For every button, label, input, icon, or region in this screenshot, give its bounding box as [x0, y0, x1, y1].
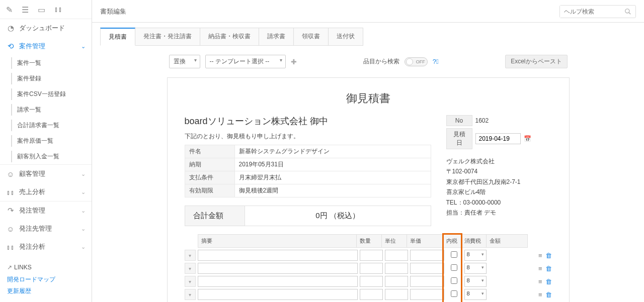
help-search[interactable]	[559, 5, 636, 18]
svg-line-1	[629, 13, 631, 15]
link-roadmap[interactable]: 開発ロードマップ	[7, 274, 85, 285]
delete-icon[interactable]: 🗑	[545, 291, 552, 298]
drag-handle[interactable]: ▾	[185, 276, 196, 287]
price-input[interactable]	[410, 276, 444, 287]
drag-handle[interactable]: ▾	[185, 289, 196, 300]
tab-cover[interactable]: 送付状	[329, 28, 363, 46]
add-template-icon[interactable]: ✚	[291, 58, 297, 66]
drag-handle[interactable]: ▾	[185, 250, 196, 261]
sub-anken-new[interactable]: 案件登録	[0, 71, 92, 86]
bars-icon: ⫾⫾	[6, 243, 15, 251]
nav-customer[interactable]: ☺ 顧客管理 ⌄	[0, 165, 92, 183]
subject-value[interactable]: 新基幹システムグランドデザイン	[235, 145, 431, 158]
valid-value[interactable]: 御見積後2週間	[235, 184, 431, 197]
chart-icon[interactable]: ⫾⫾	[54, 5, 62, 15]
replace-select[interactable]: 置換	[169, 55, 200, 68]
intax-checkbox[interactable]	[451, 277, 457, 284]
nav-sales[interactable]: ⫾⫾ 売上分析 ⌄	[0, 183, 92, 201]
delete-icon[interactable]: 🗑	[545, 265, 552, 272]
item-row: ▾8≡🗑	[185, 289, 552, 300]
price-input[interactable]	[410, 263, 444, 274]
reorder-icon[interactable]: ≡	[538, 265, 542, 272]
delete-icon[interactable]: 🗑	[545, 278, 552, 285]
chevron-down-icon: ⌄	[81, 43, 86, 50]
main: 書類編集 見積書 発注書・発注請書 納品書・検収書 請求書 領収書 送付状 置換…	[92, 0, 644, 302]
drag-handle[interactable]: ▾	[185, 263, 196, 274]
sub-total-invoice[interactable]: 合計請求書一覧	[0, 118, 92, 133]
delete-icon[interactable]: 🗑	[545, 252, 552, 259]
price-input[interactable]	[410, 250, 444, 261]
intax-checkbox[interactable]	[451, 251, 457, 258]
nav-vendor[interactable]: ☺ 発注先管理 ⌄	[0, 220, 92, 238]
nav-order-analysis[interactable]: ⫾⫾ 発注分析 ⌄	[0, 238, 92, 256]
tab-invoice[interactable]: 請求書	[259, 28, 294, 46]
tab-delivery[interactable]: 納品書・検収書	[200, 28, 259, 46]
calendar-icon[interactable]: 📅	[524, 135, 531, 142]
card-icon[interactable]: ▭	[38, 5, 45, 15]
qty-input[interactable]	[360, 263, 383, 274]
excel-paste-button[interactable]: Excelからペースト	[505, 55, 567, 68]
item-search-toggle[interactable]: OFF	[405, 57, 428, 66]
help-search-input[interactable]	[560, 6, 620, 18]
client-name: boardソリューション株式会社 御中	[185, 115, 431, 127]
reorder-icon[interactable]: ≡	[538, 252, 542, 259]
no-value: 1602	[475, 117, 489, 124]
unit-input[interactable]	[385, 263, 408, 274]
nav-anken[interactable]: ⟲ 案件管理 ⌄	[0, 37, 92, 55]
pay-value[interactable]: 月末締翌月末払	[235, 171, 431, 184]
sub-anken-csv[interactable]: 案件CSV一括登録	[0, 86, 92, 102]
item-search-label: 品目から検索	[363, 57, 399, 66]
tax-select[interactable]: 8	[464, 276, 487, 287]
unit-input[interactable]	[385, 289, 408, 300]
nav-label: 発注分析	[19, 242, 45, 251]
due-value[interactable]: 2019年05月31日	[235, 158, 431, 171]
qty-input[interactable]	[360, 250, 383, 261]
intax-checkbox-cell	[446, 251, 462, 259]
sub-anken-list[interactable]: 案件一覧	[0, 55, 92, 71]
help-icon[interactable]: ?⃝	[433, 58, 439, 65]
qty-input[interactable]	[360, 276, 383, 287]
company-contact: 担当：責任者 デモ	[446, 208, 552, 218]
link-changelog[interactable]: 更新履歴	[7, 285, 85, 297]
valid-label: 有効期限	[185, 184, 235, 197]
sidebar: ✎ ☰ ▭ ⫾⫾ ◔ ダッシュボード ⟲ 案件管理 ⌄ 案件一覧 案件登録 案件…	[0, 0, 92, 302]
intax-checkbox-cell	[446, 290, 462, 298]
tab-order[interactable]: 発注書・発注請書	[135, 28, 200, 46]
reorder-icon[interactable]: ≡	[538, 278, 542, 285]
nav-dashboard[interactable]: ◔ ダッシュボード	[0, 19, 92, 37]
sub-cost-list[interactable]: 案件原価一覧	[0, 133, 92, 149]
doc-toolbar: 置換 -- テンプレート選択 -- ✚ 品目から検索 OFF ?⃝ Excelか…	[167, 55, 570, 68]
search-icon[interactable]	[620, 8, 635, 15]
company-name: ヴェルク株式会社	[446, 156, 552, 166]
price-input[interactable]	[410, 289, 444, 300]
tab-receipt[interactable]: 領収書	[294, 28, 329, 46]
qty-input[interactable]	[360, 289, 383, 300]
tax-select[interactable]: 8	[464, 289, 487, 300]
list-icon[interactable]: ☰	[22, 5, 29, 15]
col-amt: 金額	[487, 234, 528, 248]
template-select[interactable]: -- テンプレート選択 --	[205, 55, 286, 68]
pencil-icon[interactable]: ✎	[6, 5, 13, 15]
subject-label: 件名	[185, 145, 235, 158]
col-price: 単価	[407, 234, 443, 248]
unit-input[interactable]	[385, 250, 408, 261]
unit-input[interactable]	[385, 276, 408, 287]
nav-order[interactable]: ↷ 発注管理 ⌄	[0, 202, 92, 220]
desc-input[interactable]	[198, 250, 358, 261]
date-input[interactable]	[475, 133, 521, 144]
nav-label: 発注先管理	[19, 224, 52, 233]
links-heading: ↗LINKS	[7, 264, 85, 271]
desc-input[interactable]	[198, 263, 358, 274]
sub-invoice-list[interactable]: 請求一覧	[0, 102, 92, 118]
reorder-icon[interactable]: ≡	[538, 291, 542, 298]
desc-input[interactable]	[198, 289, 358, 300]
intax-checkbox[interactable]	[451, 264, 457, 271]
intax-checkbox[interactable]	[451, 290, 457, 297]
tax-select[interactable]: 8	[464, 250, 487, 261]
desc-input[interactable]	[198, 276, 358, 287]
tax-select[interactable]: 8	[464, 263, 487, 274]
svg-point-0	[625, 9, 629, 13]
tab-quote[interactable]: 見積書	[100, 28, 135, 46]
due-label: 納期	[185, 158, 235, 171]
sub-payment-list[interactable]: 顧客別入金一覧	[0, 149, 92, 164]
